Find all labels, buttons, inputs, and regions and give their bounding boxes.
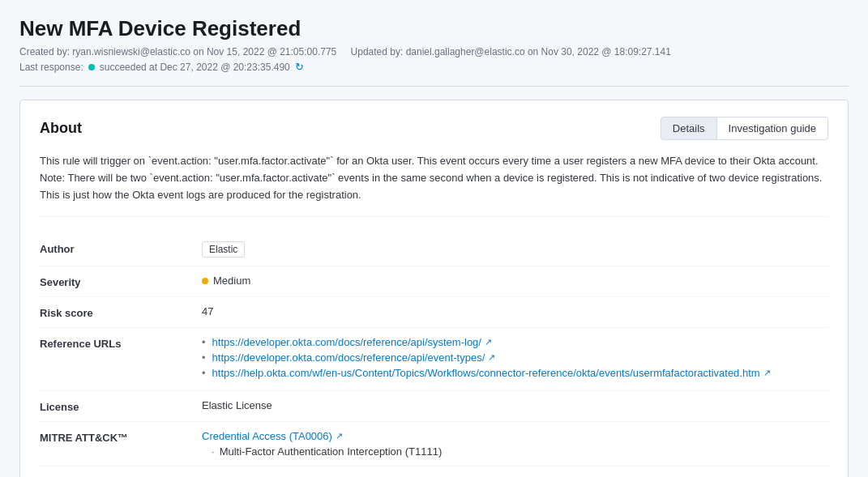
detail-table: Author Elastic Severity Medium Risk scor… xyxy=(40,233,828,477)
card-title: About xyxy=(40,120,82,137)
mitre-label: MITRE ATT&CK™ xyxy=(40,430,202,444)
list-item: https://help.okta.com/wf/en-us/Content/T… xyxy=(202,367,828,379)
page-title: New MFA Device Registered xyxy=(19,16,849,41)
reference-url-1[interactable]: https://developer.okta.com/docs/referenc… xyxy=(212,336,481,348)
list-item: https://developer.okta.com/docs/referenc… xyxy=(202,336,828,348)
severity-label: Severity xyxy=(40,275,202,288)
author-row: Author Elastic xyxy=(40,233,828,266)
tab-group: Details Investigation guide xyxy=(661,117,828,140)
header-divider xyxy=(19,86,849,87)
reference-url-2[interactable]: https://developer.okta.com/docs/referenc… xyxy=(212,351,485,364)
external-link-icon: ↗ xyxy=(336,431,343,441)
license-value: Elastic License xyxy=(202,399,828,411)
severity-indicator: Medium xyxy=(202,275,828,287)
risk-score-value: 47 xyxy=(202,305,828,317)
meta-created: Created by: ryan.wisniewski@elastic.co o… xyxy=(19,46,849,57)
url-list: https://developer.okta.com/docs/referenc… xyxy=(202,336,828,379)
tab-details[interactable]: Details xyxy=(661,117,717,140)
list-item: https://developer.okta.com/docs/referenc… xyxy=(202,351,828,364)
mitre-row: MITRE ATT&CK™ Credential Access (TA0006)… xyxy=(40,422,828,466)
severity-dot-icon xyxy=(202,278,208,284)
severity-value: Medium xyxy=(202,275,828,287)
reference-urls-label: Reference URLs xyxy=(40,336,202,350)
external-link-icon: ↗ xyxy=(488,352,495,363)
status-dot-icon xyxy=(88,64,95,70)
reference-urls-value: https://developer.okta.com/docs/referenc… xyxy=(202,336,828,382)
author-badge: Elastic xyxy=(202,241,245,258)
refresh-icon[interactable]: ↻ xyxy=(295,61,304,73)
mitre-value: Credential Access (TA0006) ↗ Multi-Facto… xyxy=(202,430,828,458)
external-link-icon: ↗ xyxy=(485,337,492,347)
author-label: Author xyxy=(40,241,202,255)
mitre-credential-access-link[interactable]: Credential Access (TA0006) ↗ xyxy=(202,430,828,442)
tab-investigation-guide[interactable]: Investigation guide xyxy=(717,117,828,140)
timestamp-override-row: Timestamp override event.ingested xyxy=(40,466,828,477)
page-container: New MFA Device Registered Created by: ry… xyxy=(19,16,849,477)
risk-score-row: Risk score 47 xyxy=(40,297,828,328)
rule-description: This rule will trigger on `event.action:… xyxy=(40,153,828,217)
severity-row: Severity Medium xyxy=(40,266,828,297)
page-header: New MFA Device Registered Created by: ry… xyxy=(19,16,849,73)
reference-url-3[interactable]: https://help.okta.com/wf/en-us/Content/T… xyxy=(212,367,760,379)
last-response-line: Last response: succeeded at Dec 27, 2022… xyxy=(19,61,849,73)
author-value: Elastic xyxy=(202,241,828,258)
external-link-icon: ↗ xyxy=(763,368,771,378)
license-label: License xyxy=(40,399,202,413)
license-row: License Elastic License xyxy=(40,391,828,422)
reference-urls-row: Reference URLs https://developer.okta.co… xyxy=(40,328,828,391)
about-card: About Details Investigation guide This r… xyxy=(19,100,849,477)
mitre-sub-item: Multi-Factor Authentication Interception… xyxy=(202,445,828,458)
mitre-main-link: Credential Access (TA0006) ↗ xyxy=(202,430,828,442)
card-header: About Details Investigation guide xyxy=(40,117,828,140)
risk-score-label: Risk score xyxy=(40,305,202,319)
